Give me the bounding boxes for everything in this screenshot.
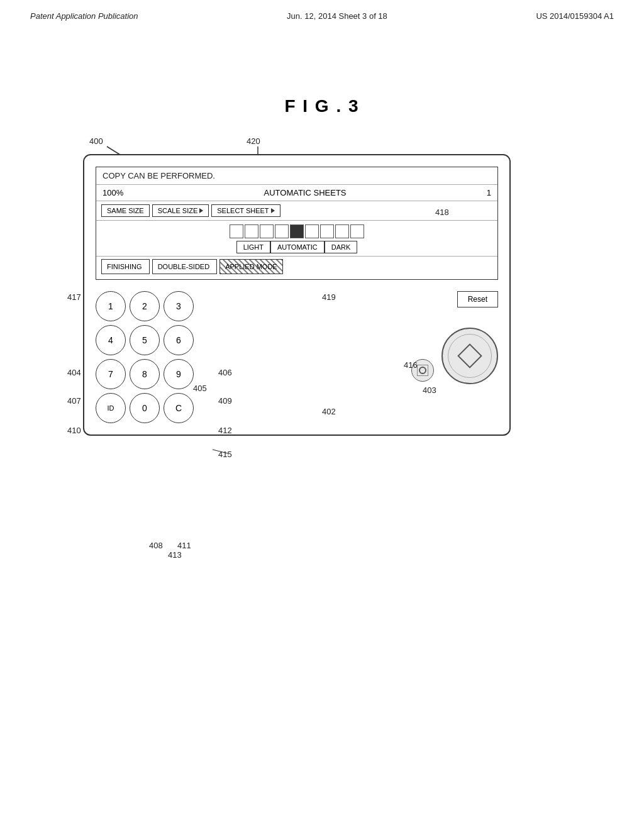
display-row-2: 100% AUTOMATIC SHEETS 1 [96,185,497,201]
display-count: 1 [487,188,491,197]
density-sq-2[interactable] [245,224,258,238]
key-c[interactable]: C [164,393,194,423]
display-screen: COPY CAN BE PERFORMED. 100% AUTOMATIC SH… [96,167,498,280]
finishing-button[interactable]: FINISHING [101,259,150,274]
keypad-grid: 1 2 3 4 5 6 7 8 9 ID 0 C [96,291,194,423]
scale-size-arrow-icon [199,208,203,213]
display-percent: 100% [103,188,123,197]
lbl-411: 411 [177,541,191,550]
panel-box: COPY CAN BE PERFORMED. 100% AUTOMATIC SH… [83,154,511,436]
right-controls: Reset [231,291,498,384]
key-4[interactable]: 4 [96,325,126,355]
label-417: 417 [67,292,81,302]
label-419: 419 [322,292,336,302]
mode-row: FINISHING DOUBLE-SIDED APPLIED MODE [96,257,497,279]
label-400: 400 [89,136,103,146]
lbl-403: 403 [423,385,436,395]
density-sq-9[interactable] [350,224,364,238]
light-button[interactable]: LIGHT [236,241,270,253]
density-row: LIGHT AUTOMATIC DARK [96,221,497,257]
lbl-405: 405 [193,384,207,393]
lbl-412: 412 [218,426,232,435]
header-left: Patent Application Publication [30,11,138,21]
scale-size-button[interactable]: SCALE SIZE [152,204,209,217]
select-sheet-button[interactable]: SELECT SHEET [211,204,280,217]
start-inner [448,334,492,378]
lbl-408: 408 [149,541,163,550]
diamond-icon [457,343,482,368]
label-418: 418 [435,208,449,217]
reset-button[interactable]: Reset [457,291,498,307]
dark-button[interactable]: DARK [325,241,358,253]
key-1[interactable]: 1 [96,291,126,321]
header-right: US 2014/0159304 A1 [536,11,614,21]
select-sheet-arrow-icon [271,208,275,213]
density-squares [230,224,364,238]
density-sq-5-filled[interactable] [290,224,304,238]
density-sq-7[interactable] [320,224,334,238]
key-5[interactable]: 5 [130,325,160,355]
lbl-410: 410 [67,426,81,435]
lbl-409: 409 [218,396,232,406]
display-sheets: AUTOMATIC SHEETS [264,188,347,197]
automatic-button[interactable]: AUTOMATIC [270,241,325,253]
label-420: 420 [247,136,260,146]
applied-mode-button[interactable]: APPLIED MODE [219,259,283,274]
same-size-button[interactable]: SAME SIZE [101,204,150,217]
density-sq-6[interactable] [305,224,319,238]
double-sided-button[interactable]: DOUBLE-SIDED [152,259,218,274]
key-2[interactable]: 2 [130,291,160,321]
density-labels: LIGHT AUTOMATIC DARK [236,241,358,253]
key-8[interactable]: 8 [130,359,160,389]
lbl-416: 416 [404,360,418,370]
density-sq-3[interactable] [260,224,274,238]
density-sq-8[interactable] [335,224,349,238]
lbl-404: 404 [67,368,81,377]
concentric-icon [419,367,426,374]
stop-inner-icon [417,365,428,376]
key-7[interactable]: 7 [96,359,126,389]
figure-title: F I G . 3 [0,96,644,116]
display-row-1: COPY CAN BE PERFORMED. [96,167,497,185]
header: Patent Application Publication Jun. 12, … [0,0,644,21]
lbl-413: 413 [168,550,182,560]
key-3[interactable]: 3 [164,291,194,321]
keypad-area: 1 2 3 4 5 6 7 8 9 ID 0 C Reset [84,280,509,434]
header-center: Jun. 12, 2014 Sheet 3 of 18 [287,11,387,21]
key-0[interactable]: 0 [130,393,160,423]
lbl-402: 402 [322,407,336,416]
lbl-407: 407 [67,396,81,406]
key-6[interactable]: 6 [164,325,194,355]
key-id[interactable]: ID [96,393,126,423]
lbl-415: 415 [218,450,232,459]
key-9[interactable]: 9 [164,359,194,389]
density-sq-1[interactable] [230,224,243,238]
start-button[interactable] [441,328,498,384]
density-sq-4[interactable] [275,224,289,238]
lbl-406: 406 [218,368,232,377]
